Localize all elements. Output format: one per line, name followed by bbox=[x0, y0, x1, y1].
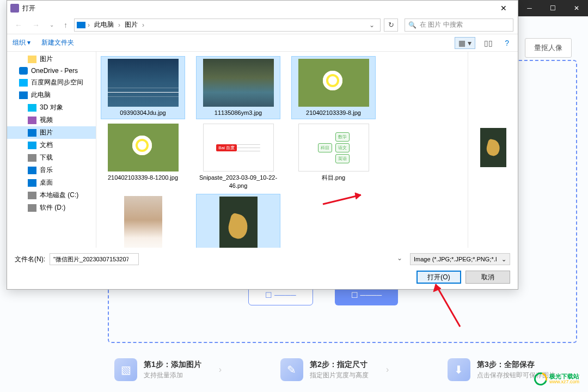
preview-thumbnail bbox=[480, 128, 506, 167]
file-thumbnail bbox=[298, 59, 369, 107]
dialog-navbar: ← → ⌄ ↑ › 此电脑 › 图片 › ⌄ ↻ 🔍 在 图片 中搜索 bbox=[7, 16, 518, 34]
chevron-right-icon: › bbox=[386, 365, 389, 375]
step-2-icon: ✎ bbox=[280, 358, 303, 381]
nav-back-button[interactable]: ← bbox=[11, 19, 26, 32]
cancel-button[interactable]: 取消 bbox=[465, 271, 510, 284]
filename-input[interactable] bbox=[50, 253, 139, 265]
chevron-right-icon: › bbox=[219, 365, 222, 375]
help-button[interactable]: ? bbox=[501, 38, 512, 48]
refresh-button[interactable]: ↻ bbox=[384, 19, 398, 32]
open-button[interactable]: 打开(O) bbox=[416, 271, 461, 284]
file-thumbnail bbox=[108, 124, 179, 171]
step-2-sub: 指定图片宽度与高度 bbox=[310, 371, 369, 380]
file-item[interactable]: 210402103339-8-1200.jpg bbox=[101, 121, 185, 192]
nav-forward-button[interactable]: → bbox=[29, 19, 43, 32]
sidebar-item-3d[interactable]: 3D 对象 bbox=[7, 101, 96, 114]
step-1: ▧ 第1步：添加图片 支持批量添加 › bbox=[114, 358, 222, 381]
nav-up-button[interactable]: ↑ bbox=[60, 19, 71, 32]
file-item[interactable]: 微信截图_20230102154533.jpg bbox=[101, 194, 185, 248]
watermark-icon bbox=[532, 370, 550, 388]
sidebar-item-baidu[interactable]: 百度网盘同步空间 bbox=[7, 76, 96, 89]
chevron-right-icon: › bbox=[142, 21, 144, 29]
dialog-title: 打开 bbox=[22, 4, 35, 13]
organize-menu[interactable]: 组织 ▾ bbox=[13, 38, 30, 47]
preview-pane bbox=[468, 52, 518, 248]
view-mode-button[interactable]: ▦ ▾ bbox=[455, 37, 475, 49]
search-placeholder: 在 图片 中搜索 bbox=[420, 20, 463, 29]
nav-history-dropdown[interactable]: ⌄ bbox=[46, 20, 57, 30]
dialog-toolbar: 组织 ▾ 新建文件夹 ▦ ▾ ▯▯ ? bbox=[7, 34, 518, 52]
filename-label: 文件名(N): bbox=[15, 255, 45, 264]
sidebar-item-disk-d[interactable]: 软件 (D:) bbox=[7, 201, 96, 214]
step-1-title: 第1步：添加图片 bbox=[144, 360, 201, 370]
file-item[interactable]: 科目 数学 语文 英语 科目.png bbox=[291, 121, 376, 192]
file-thumbnail bbox=[108, 59, 179, 107]
sidebar-item-disk-c[interactable]: 本地磁盘 (C:) bbox=[7, 189, 96, 201]
batch-cutout-button[interactable]: 量抠人像 bbox=[525, 38, 572, 58]
new-folder-button[interactable]: 新建文件夹 bbox=[41, 38, 74, 47]
filetype-filter[interactable]: Image (*.JPG;*.JPEG;*.PNG;*.I⌄ bbox=[410, 253, 510, 265]
watermark-text-en: www.xz7.com bbox=[549, 379, 579, 385]
sidebar-item-docs[interactable]: 文档 bbox=[7, 139, 96, 151]
file-item[interactable]: Bai 百度 ────────────────────────────── Sn… bbox=[196, 121, 280, 192]
sidebar-item-video[interactable]: 视频 bbox=[7, 114, 96, 126]
file-label: Snipaste_2023-03-09_10-22-46.png bbox=[198, 174, 278, 189]
bg-titlebar: ─ ☐ ✕ bbox=[517, 0, 588, 16]
sidebar-item-pictures[interactable]: 图片 bbox=[7, 53, 96, 65]
file-thumbnail bbox=[203, 59, 274, 107]
search-input[interactable]: 🔍 在 图片 中搜索 bbox=[405, 19, 513, 32]
steps-row: ▧ 第1步：添加图片 支持批量添加 › ✎ 第2步：指定尺寸 指定图片宽度与高度… bbox=[114, 358, 555, 381]
file-thumbnail bbox=[124, 196, 162, 248]
dialog-app-icon bbox=[10, 4, 19, 13]
file-label: 210402103339-8-1200.jpg bbox=[108, 174, 178, 181]
bg-toolbar: 量抠人像 bbox=[525, 38, 572, 58]
watermark: 极光下载站 www.xz7.com bbox=[534, 372, 579, 385]
step-2-title: 第2步：指定尺寸 bbox=[310, 360, 369, 370]
sidebar-item-onedrive[interactable]: OneDrive - Pers bbox=[7, 65, 96, 76]
bg-close-button[interactable]: ✕ bbox=[565, 0, 588, 16]
pc-icon bbox=[77, 22, 85, 28]
dialog-body: 图片 OneDrive - Pers 百度网盘同步空间 此电脑 3D 对象 视频… bbox=[7, 52, 518, 248]
chevron-right-icon: › bbox=[88, 21, 90, 29]
dialog-titlebar: 打开 ✕ bbox=[7, 1, 518, 16]
dialog-footer: 文件名(N): Image (*.JPG;*.JPEG;*.PNG;*.I⌄ 打… bbox=[7, 248, 518, 289]
breadcrumb-root[interactable]: 此电脑 bbox=[92, 20, 116, 29]
sidebar-item-downloads[interactable]: 下载 bbox=[7, 151, 96, 164]
file-label: 科目.png bbox=[322, 174, 345, 181]
file-label: 09390304Jdu.jpg bbox=[120, 109, 166, 117]
file-open-dialog: 打开 ✕ ← → ⌄ ↑ › 此电脑 › 图片 › ⌄ ↻ 🔍 在 图片 中搜索… bbox=[7, 0, 518, 290]
breadcrumb-folder[interactable]: 图片 bbox=[122, 20, 140, 29]
sidebar-item-pictures-2[interactable]: 图片 bbox=[7, 126, 96, 139]
file-thumbnail: 科目 数学 语文 英语 bbox=[298, 124, 369, 171]
file-grid[interactable]: 09390304Jdu.jpg 11135086ym3.jpg 21040210… bbox=[96, 52, 468, 248]
file-item[interactable]: 微信图片_20230307153207.jpg bbox=[196, 194, 280, 248]
file-thumbnail: Bai 百度 ────────────────────────────── bbox=[203, 124, 274, 171]
search-icon: 🔍 bbox=[408, 21, 416, 29]
step-1-sub: 支持批量添加 bbox=[144, 371, 201, 380]
step-3-icon: ⬇ bbox=[448, 358, 470, 381]
sidebar-item-music[interactable]: 音乐 bbox=[7, 164, 96, 176]
file-thumbnail bbox=[219, 197, 258, 248]
preview-pane-button[interactable]: ▯▯ bbox=[481, 38, 496, 48]
file-item[interactable]: 09390304Jdu.jpg bbox=[101, 56, 185, 119]
step-3-title: 第3步：全部保存 bbox=[477, 360, 555, 370]
file-item[interactable]: 11135086ym3.jpg bbox=[196, 56, 280, 119]
file-label: 210402103339-8.jpg bbox=[306, 109, 361, 117]
sidebar: 图片 OneDrive - Pers 百度网盘同步空间 此电脑 3D 对象 视频… bbox=[7, 52, 96, 248]
bg-minimize-button[interactable]: ─ bbox=[518, 0, 541, 16]
filename-input-wrap bbox=[50, 253, 406, 265]
file-item[interactable]: 210402103339-8.jpg bbox=[291, 56, 376, 119]
dialog-close-button[interactable]: ✕ bbox=[493, 4, 514, 13]
path-dropdown-icon[interactable]: ⌄ bbox=[366, 21, 378, 29]
step-1-icon: ▧ bbox=[114, 358, 137, 381]
sidebar-item-desktop[interactable]: 桌面 bbox=[7, 176, 96, 189]
bg-maximize-button[interactable]: ☐ bbox=[541, 0, 565, 16]
chevron-right-icon: › bbox=[118, 21, 120, 29]
step-2: ✎ 第2步：指定尺寸 指定图片宽度与高度 › bbox=[280, 358, 389, 381]
breadcrumb[interactable]: › 此电脑 › 图片 › ⌄ bbox=[74, 19, 381, 32]
sidebar-item-thispc[interactable]: 此电脑 bbox=[7, 89, 96, 101]
file-label: 11135086ym3.jpg bbox=[215, 109, 262, 117]
